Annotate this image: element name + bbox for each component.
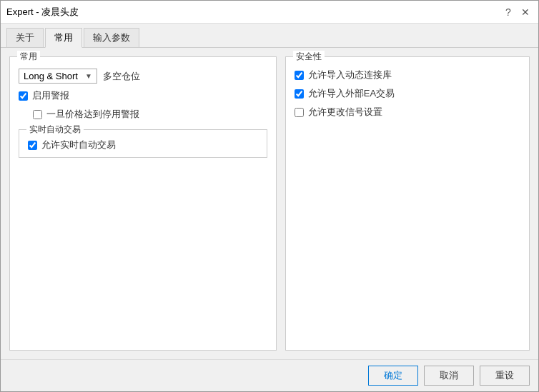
right-panel-title: 安全性 bbox=[293, 51, 325, 63]
tab-about[interactable]: 关于 bbox=[6, 28, 44, 47]
security-label-2: 允许更改信号设置 bbox=[308, 106, 382, 119]
main-content: 常用 Long & Short ▼ 多空仓位 启用警报 bbox=[1, 48, 538, 359]
close-button[interactable]: ✕ bbox=[518, 5, 533, 19]
confirm-button[interactable]: 确定 bbox=[368, 366, 418, 386]
title-bar: Expert - 凌晨头皮 ? ✕ bbox=[1, 1, 538, 24]
left-panel-title: 常用 bbox=[17, 51, 40, 63]
title-bar-right: ? ✕ bbox=[501, 5, 533, 19]
reset-button[interactable]: 重设 bbox=[480, 366, 530, 386]
auto-trade-label: 允许实时自动交易 bbox=[41, 139, 116, 151]
auto-trade-section: 实时自动交易 允许实时自动交易 bbox=[19, 129, 267, 158]
security-checkbox-row-0: 允许导入动态连接库 bbox=[295, 69, 520, 81]
dialog: Expert - 凌晨头皮 ? ✕ 关于 常用 输入参数 常用 Long & bbox=[0, 0, 539, 392]
alerts-label: 启用警报 bbox=[32, 89, 69, 102]
left-panel: 常用 Long & Short ▼ 多空仓位 启用警报 bbox=[9, 56, 277, 351]
dropdown-arrow-icon: ▼ bbox=[85, 72, 92, 80]
tab-input-params[interactable]: 输入参数 bbox=[84, 28, 139, 47]
security-label-1: 允许导入外部EA交易 bbox=[308, 87, 395, 100]
auto-trade-checkbox[interactable] bbox=[28, 141, 37, 150]
right-panel: 安全性 允许导入动态连接库 允许导入外部EA交易 允许更改信号设置 bbox=[285, 56, 530, 351]
tab-bar: 关于 常用 输入参数 bbox=[1, 24, 538, 48]
auto-trade-checkbox-row: 允许实时自动交易 bbox=[28, 139, 258, 151]
title-bar-left: Expert - 凌晨头皮 bbox=[6, 6, 79, 19]
sub-alerts-checkbox-row: 一旦价格达到停用警报 bbox=[33, 108, 267, 121]
security-checkbox-row-1: 允许导入外部EA交易 bbox=[295, 87, 520, 100]
security-checkbox-1[interactable] bbox=[295, 89, 304, 99]
left-panel-content: Long & Short ▼ 多空仓位 启用警报 一旦价格达到停用警报 bbox=[19, 69, 267, 158]
security-checkbox-0[interactable] bbox=[295, 71, 304, 80]
security-checkbox-row-2: 允许更改信号设置 bbox=[295, 106, 520, 119]
alerts-checkbox[interactable] bbox=[19, 91, 28, 101]
long-short-dropdown[interactable]: Long & Short ▼ bbox=[19, 69, 97, 84]
cancel-button[interactable]: 取消 bbox=[424, 366, 474, 386]
help-button[interactable]: ? bbox=[501, 5, 515, 19]
sub-alerts-checkbox[interactable] bbox=[33, 110, 42, 119]
dropdown-row: Long & Short ▼ 多空仓位 bbox=[19, 69, 267, 84]
sub-alerts-label: 一旦价格达到停用警报 bbox=[46, 108, 139, 121]
dropdown-value: Long & Short bbox=[24, 71, 82, 81]
security-checkbox-2[interactable] bbox=[295, 108, 304, 117]
security-label-0: 允许导入动态连接库 bbox=[308, 69, 392, 81]
alerts-checkbox-row: 启用警报 bbox=[19, 89, 267, 102]
footer: 确定 取消 重设 bbox=[1, 359, 538, 391]
tab-common[interactable]: 常用 bbox=[45, 28, 82, 48]
auto-trade-title: 实时自动交易 bbox=[26, 124, 84, 136]
auto-trade-content: 允许实时自动交易 bbox=[28, 139, 258, 151]
right-panel-content: 允许导入动态连接库 允许导入外部EA交易 允许更改信号设置 bbox=[295, 69, 520, 119]
dropdown-label: 多空仓位 bbox=[103, 70, 140, 83]
dialog-title: Expert - 凌晨头皮 bbox=[6, 6, 79, 19]
